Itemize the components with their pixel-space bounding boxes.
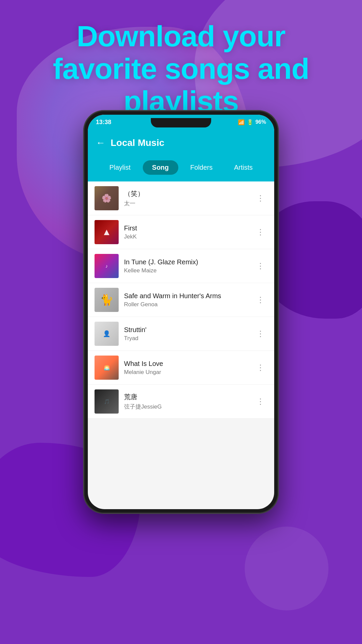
song-info: Safe and Warm in Hunter's Arms Roller Ge… bbox=[124, 292, 248, 308]
phone-frame: 13:38 📶 🔋 96% ← Local Music Playlist Son… bbox=[84, 111, 278, 513]
promo-header: Download your favorite songs and playlis… bbox=[0, 20, 362, 117]
more-button[interactable]: ⋮ bbox=[254, 326, 267, 341]
back-button[interactable]: ← bbox=[96, 138, 105, 148]
status-right: 📶 🔋 96% bbox=[238, 119, 266, 125]
list-item[interactable]: 🌅 What Is Love Melanie Ungar ⋮ bbox=[88, 351, 274, 385]
song-info: In Tune (J. Glaze Remix) Kellee Maize bbox=[124, 258, 248, 274]
thumb-art: 🌸 bbox=[95, 186, 119, 210]
thumb-art: 👤 bbox=[95, 322, 119, 346]
tab-bar: Playlist Song Folders Artists bbox=[88, 156, 274, 181]
thumb-art: 🌅 bbox=[95, 356, 119, 380]
list-item[interactable]: ♪ In Tune (J. Glaze Remix) Kellee Maize … bbox=[88, 249, 274, 283]
thumb-art: ♪ bbox=[95, 254, 119, 278]
phone-screen: 13:38 📶 🔋 96% ← Local Music Playlist Son… bbox=[88, 115, 274, 509]
tab-playlist[interactable]: Playlist bbox=[100, 160, 140, 175]
app-header: ← Local Music bbox=[88, 129, 274, 156]
song-title: First bbox=[124, 224, 248, 232]
song-title: 荒唐 bbox=[124, 392, 248, 401]
song-artist: Roller Genoa bbox=[124, 301, 248, 308]
thumb-art: 🎵 bbox=[95, 389, 119, 414]
song-artist: 弦子捷JessieG bbox=[124, 403, 248, 411]
more-button[interactable]: ⋮ bbox=[254, 394, 267, 409]
song-thumbnail: ♪ bbox=[95, 254, 119, 278]
song-artist: Tryad bbox=[124, 335, 248, 342]
tab-folders[interactable]: Folders bbox=[181, 160, 222, 175]
song-artist: JekK bbox=[124, 233, 248, 240]
song-info: 荒唐 弦子捷JessieG bbox=[124, 392, 248, 411]
list-item[interactable]: 👤 Struttin' Tryad ⋮ bbox=[88, 317, 274, 351]
battery-percent: 96% bbox=[255, 119, 266, 125]
more-button[interactable]: ⋮ bbox=[254, 292, 267, 307]
list-item[interactable]: 🌸 （笑） 太一 ⋮ bbox=[88, 181, 274, 215]
song-info: （笑） 太一 bbox=[124, 189, 248, 207]
song-thumbnail: 🎵 bbox=[95, 389, 119, 414]
background-blob-4 bbox=[245, 527, 328, 610]
song-artist: 太一 bbox=[124, 200, 248, 207]
phone-notch bbox=[151, 118, 211, 127]
song-list: 🌸 （笑） 太一 ⋮ First JekK bbox=[88, 181, 274, 419]
more-button[interactable]: ⋮ bbox=[254, 225, 267, 239]
list-item[interactable]: First JekK ⋮ bbox=[88, 215, 274, 249]
song-title: What Is Love bbox=[124, 360, 248, 368]
thumb-art bbox=[95, 220, 119, 244]
song-thumbnail: 👤 bbox=[95, 322, 119, 346]
song-title: （笑） bbox=[124, 189, 248, 198]
status-time: 13:38 bbox=[96, 119, 111, 126]
tab-song[interactable]: Song bbox=[143, 160, 178, 175]
tab-artists[interactable]: Artists bbox=[225, 160, 262, 175]
song-artist: Kellee Maize bbox=[124, 267, 248, 274]
promo-title: Download your favorite songs and playlis… bbox=[20, 20, 342, 117]
more-button[interactable]: ⋮ bbox=[254, 191, 267, 206]
song-artist: Melanie Ungar bbox=[124, 369, 248, 376]
song-thumbnail: 🌸 bbox=[95, 186, 119, 210]
header-line2: favorite songs and playlists bbox=[53, 52, 309, 118]
list-item[interactable]: 🎵 荒唐 弦子捷JessieG ⋮ bbox=[88, 385, 274, 419]
list-item[interactable]: 🐈 Safe and Warm in Hunter's Arms Roller … bbox=[88, 283, 274, 317]
battery-icon: 🔋 bbox=[247, 119, 253, 125]
signal-icon: 📶 bbox=[238, 119, 245, 125]
header-line1: Download your bbox=[77, 19, 286, 53]
song-title: Safe and Warm in Hunter's Arms bbox=[124, 292, 248, 300]
app-title: Local Music bbox=[111, 138, 164, 148]
song-title: Struttin' bbox=[124, 326, 248, 334]
song-thumbnail bbox=[95, 220, 119, 244]
song-thumbnail: 🌅 bbox=[95, 356, 119, 380]
song-title: In Tune (J. Glaze Remix) bbox=[124, 258, 248, 266]
more-button[interactable]: ⋮ bbox=[254, 259, 267, 273]
thumb-art: 🐈 bbox=[95, 288, 119, 312]
more-button[interactable]: ⋮ bbox=[254, 360, 267, 375]
phone-mockup: 13:38 📶 🔋 96% ← Local Music Playlist Son… bbox=[84, 111, 278, 513]
song-thumbnail: 🐈 bbox=[95, 288, 119, 312]
song-info: What Is Love Melanie Ungar bbox=[124, 360, 248, 376]
song-info: Struttin' Tryad bbox=[124, 326, 248, 342]
song-info: First JekK bbox=[124, 224, 248, 240]
